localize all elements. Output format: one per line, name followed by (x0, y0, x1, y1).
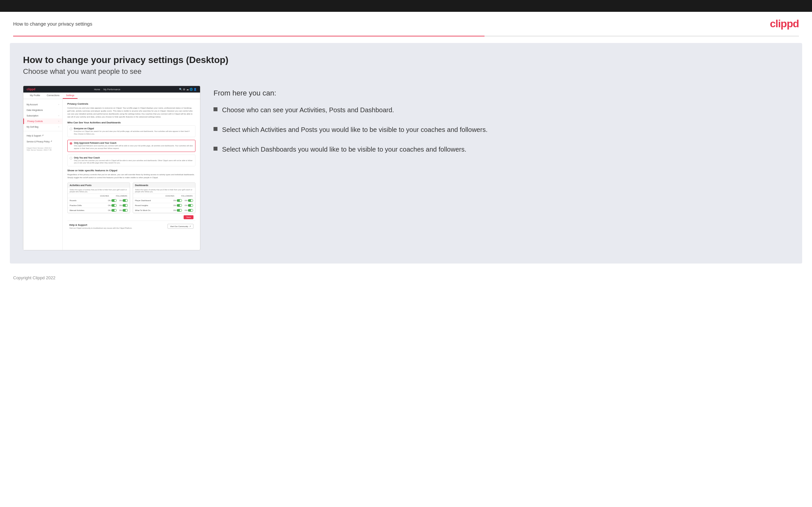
practice-followers-toggle[interactable]: ON (119, 204, 128, 207)
rounds-coaches-switch (111, 199, 117, 202)
what-to-work-coaches-toggle[interactable]: ON (173, 209, 182, 212)
two-column-layout: clippd Home My Performance 🔍 ⊞ ☁ 🌐 👤 My … (23, 86, 789, 250)
mock-dashboards-box: Dashboards Select the types of activity … (133, 182, 195, 213)
player-dash-coaches-toggle[interactable]: ON (173, 199, 182, 202)
mock-sidebar-golf-bag[interactable]: My Golf Bag › (23, 124, 62, 130)
mock-tab-settings[interactable]: Settings (63, 93, 78, 99)
mock-radio-followers-label: Only Approved Followers and Your Coach (74, 142, 193, 144)
mock-activities-col-headers: COACHES FOLLOWERS (68, 194, 130, 198)
mock-navbar: clippd Home My Performance 🔍 ⊞ ☁ 🌐 👤 (23, 86, 200, 93)
mock-row-round-insights: Round Insights ON ON (133, 203, 195, 208)
mock-dashboards-col-headers: COACHES FOLLOWERS (133, 194, 195, 198)
what-to-work-followers-switch (188, 209, 193, 212)
header: How to change your privacy settings clip… (0, 12, 812, 36)
bullet-square-3 (213, 147, 217, 151)
manual-coaches-toggle[interactable]: ON (108, 209, 117, 212)
round-insights-coaches-toggle[interactable]: ON (173, 204, 182, 207)
practice-coaches-switch (111, 204, 117, 207)
mock-activities-header: Activities and Posts (68, 183, 130, 188)
mock-tab-profile[interactable]: My Profile (27, 93, 43, 99)
rounds-coaches-toggle[interactable]: ON (108, 199, 117, 202)
external-link-icon: ↗ (42, 134, 44, 137)
rounds-followers-switch (122, 199, 128, 202)
mock-help-title: Help & Support (69, 223, 133, 226)
mock-radio-everyone-label: Everyone on Clippd (74, 127, 193, 130)
footer: Copyright Clippd 2022 (0, 270, 812, 285)
mock-sidebar-subscription[interactable]: Subscription › (23, 113, 62, 118)
mock-row-rounds: Rounds ON ON (68, 198, 130, 203)
mock-help-section: Help & Support Visit our Clippd communit… (67, 221, 195, 232)
right-column: From here you can: Choose who can see yo… (213, 86, 789, 154)
radio-only-you-icon (70, 157, 72, 160)
mock-radio-only-you[interactable]: Only You and Your Coach Only you and the… (67, 155, 195, 166)
screenshot-mockup: clippd Home My Performance 🔍 ⊞ ☁ 🌐 👤 My … (23, 86, 200, 250)
manual-followers-toggle[interactable]: ON (119, 209, 128, 212)
bullet-item-2: Select which Activities and Posts you wo… (213, 125, 789, 134)
chevron-right-icon-3: › (58, 120, 59, 122)
round-insights-followers-toggle[interactable]: ON (185, 204, 193, 207)
mock-radio-followers[interactable]: Only Approved Followers and Your Coach O… (67, 140, 195, 152)
bullet-square-1 (213, 107, 217, 111)
mock-nav-icons: 🔍 ⊞ ☁ 🌐 👤 (179, 88, 197, 91)
mock-privacy-controls-title: Privacy Controls (67, 102, 195, 105)
mock-radio-only-you-desc: Only you and the coaches you connect wit… (74, 160, 193, 164)
mock-visit-community-button[interactable]: Visit Our Community ↗ (167, 224, 194, 229)
mock-radio-followers-desc: Only approved followers and coaches you … (74, 145, 193, 150)
mock-show-hide-desc: Regardless of the privacy controls that … (67, 173, 195, 179)
mock-body: My Account › Data Integrations Subscript… (23, 99, 200, 250)
copyright: Copyright Clippd 2022 (13, 275, 55, 280)
bullet-text-1: Choose who can see your Activities, Post… (222, 105, 394, 115)
what-to-work-coaches-switch (177, 209, 182, 212)
page-heading: How to change your privacy settings (Des… (23, 55, 789, 65)
coaches-col-label: COACHES (98, 195, 111, 197)
mock-tab-connections[interactable]: Connections (43, 93, 63, 99)
mock-row-manual: Manual Activities ON ON (68, 208, 130, 213)
mock-sidebar-privacy-controls[interactable]: Privacy Controls › (23, 118, 62, 124)
bullet-list: Choose who can see your Activities, Post… (213, 105, 789, 154)
main-content: How to change your privacy settings (Des… (10, 43, 802, 264)
mock-sidebar-data-integrations[interactable]: Data Integrations (23, 107, 62, 113)
mock-radio-everyone[interactable]: Everyone on Clippd Everyone on Clippd ca… (67, 125, 195, 137)
mock-nav-links: Home My Performance (94, 88, 120, 91)
mock-sidebar-my-account[interactable]: My Account › (23, 102, 62, 107)
manual-followers-switch (122, 209, 128, 212)
practice-coaches-toggle[interactable]: ON (108, 204, 117, 207)
bullet-text-3: Select which Dashboards you would like t… (222, 145, 466, 154)
round-insights-coaches-switch (177, 204, 182, 207)
mock-show-hide-title: Show or hide specific features in Clippd (67, 169, 195, 172)
mock-sidebar-help[interactable]: Help & Support ↗ (23, 132, 62, 138)
chevron-right-icon-4: › (58, 126, 59, 128)
mock-sidebar-privacy-policy[interactable]: Service & Privacy Policy ↗ (23, 138, 62, 145)
player-dash-followers-toggle[interactable]: ON (185, 199, 193, 202)
player-dash-followers-switch (188, 199, 193, 202)
mock-row-player-dash: Player Dashboard ON ON (133, 198, 195, 203)
external-link-icon-2: ↗ (50, 140, 52, 143)
mock-save-button[interactable]: Save (184, 215, 194, 219)
logo: clippd (770, 18, 799, 30)
mock-row-practice: Practice Drills ON ON (68, 203, 130, 208)
chevron-right-icon-2: › (58, 115, 59, 117)
followers-col-label: FOLLOWERS (115, 195, 128, 197)
mock-save-row: Save (67, 213, 195, 219)
mock-features-row: Activities and Posts Select the types of… (67, 182, 195, 213)
from-here-heading: From here you can: (213, 89, 789, 98)
round-insights-followers-switch (188, 204, 193, 207)
mock-sidebar-version: Clippd Client Version: 2022.8.2SQL Serve… (23, 145, 62, 151)
page-subheading: Choose what you want people to see (23, 67, 789, 76)
mock-nav-home: Home (94, 88, 100, 91)
sidebar-divider (23, 131, 62, 131)
what-to-work-followers-toggle[interactable]: ON (185, 209, 193, 212)
mock-dashboards-header: Dashboards (133, 183, 195, 188)
mock-help-desc: Visit our Clippd community to troublesho… (69, 227, 133, 229)
mock-activities-box: Activities and Posts Select the types of… (67, 182, 130, 213)
mock-row-what-to-work: What To Work On ON ON (133, 208, 195, 213)
radio-everyone-icon (70, 128, 72, 130)
mock-tabs: My Profile Connections Settings (23, 93, 200, 99)
chevron-right-icon: › (58, 103, 59, 106)
header-divider (13, 36, 799, 37)
mock-logo: clippd (27, 88, 36, 91)
rounds-followers-toggle[interactable]: ON (119, 199, 128, 202)
dash-followers-col-label: FOLLOWERS (181, 195, 193, 197)
top-bar (0, 0, 812, 12)
radio-followers-icon (70, 142, 72, 145)
